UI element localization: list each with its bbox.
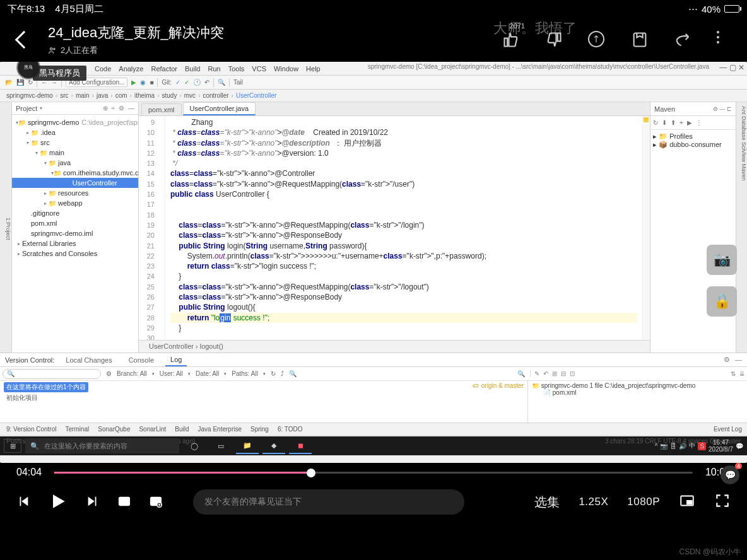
maven-module[interactable]: ▸ 📦 dubbo-consumer — [653, 141, 733, 149]
menu-item[interactable]: Analyze — [119, 65, 143, 73]
tree-row[interactable]: .gitignore — [12, 208, 138, 218]
tree-row[interactable]: ▸Scratches and Consoles — [12, 248, 138, 259]
tool-tab[interactable]: Terminal — [66, 426, 90, 433]
tree-row[interactable]: ▸External Libraries — [12, 238, 138, 248]
quality-button[interactable]: 1080P — [627, 496, 660, 508]
windows-search[interactable]: 🔍 在这里输入你要搜索的内容 — [25, 438, 179, 453]
vc-log-row[interactable]: 初始化项目 — [4, 394, 524, 402]
tool-tab[interactable]: SonarQube — [98, 426, 130, 433]
tree-row[interactable]: ▸.idea — [12, 127, 138, 137]
crumb[interactable]: controller — [203, 92, 228, 99]
fullscreen-button[interactable] — [714, 493, 731, 512]
play-button[interactable] — [48, 491, 68, 513]
task-cortana[interactable]: ◯ — [183, 438, 206, 454]
tree-row[interactable]: ▾src — [12, 137, 138, 148]
share-button[interactable] — [674, 31, 691, 49]
debug-icon[interactable]: ◉ — [140, 79, 146, 86]
tree-row[interactable]: ▾main — [12, 148, 138, 158]
progress-bar[interactable] — [54, 472, 693, 474]
danmu-input[interactable]: 发个友善的弹幕见证当下 — [193, 489, 464, 515]
tree-row[interactable]: ▾java — [12, 158, 138, 168]
more-button[interactable] — [717, 31, 734, 49]
git-revert-icon[interactable]: ↶ — [204, 79, 209, 86]
vc-tab[interactable]: Log — [165, 354, 187, 366]
tree-row[interactable]: ▾com.itheima.study.mvc.c — [12, 168, 138, 178]
danmu-toggle[interactable]: 弹 — [117, 494, 131, 510]
coin-button[interactable] — [588, 31, 606, 49]
task-view[interactable]: ▭ — [209, 438, 232, 454]
episodes-button[interactable]: 选集 — [534, 494, 560, 511]
task-app1[interactable]: ◆ — [262, 438, 285, 454]
left-tool-strip[interactable]: 1:Project — [0, 102, 12, 353]
crumb[interactable]: src — [60, 92, 68, 99]
pip-button[interactable] — [679, 493, 695, 512]
vc-filter-paths[interactable]: Paths: All — [232, 370, 258, 377]
right-tool-strip[interactable]: Ant Database SciView Maven — [736, 102, 747, 353]
search-icon[interactable]: 🔍 — [218, 79, 225, 86]
crumb[interactable]: springmvc-demo — [6, 92, 53, 99]
task-idea[interactable]: ◼ — [289, 438, 312, 454]
vc-filter-date[interactable]: Date: All — [196, 370, 219, 377]
project-tree[interactable]: ▾springmvc-demoC:\idea_project\spri▸.ide… — [12, 115, 138, 261]
save-icon[interactable]: 💾 — [16, 79, 24, 86]
next-button[interactable] — [86, 494, 100, 510]
lock-button[interactable]: 🔒 — [707, 286, 737, 317]
sync-icon[interactable]: ↻ — [28, 79, 33, 86]
menu-item[interactable]: Help — [306, 65, 321, 73]
project-pane-title[interactable]: Project — [16, 105, 37, 112]
system-tray[interactable]: ^📷🗄🔊中S 16:472020/8/7 💬 — [655, 439, 743, 453]
git-history-icon[interactable]: 🕐 — [193, 79, 201, 86]
editor-tab[interactable]: pom.xml — [141, 103, 182, 115]
tree-row[interactable]: UserController — [12, 178, 138, 188]
start-button[interactable]: ⊞ — [4, 439, 21, 453]
menu-item[interactable]: Refactor — [151, 65, 177, 73]
vc-log-row[interactable]: 在这里将存在做过的1个内容 — [4, 382, 88, 392]
run-icon[interactable]: ▶ — [131, 79, 136, 86]
task-explorer[interactable]: 📁 — [236, 438, 259, 454]
menu-item[interactable]: Window — [274, 65, 298, 73]
git-update-icon[interactable]: ✓ — [175, 79, 180, 86]
crumb[interactable]: java — [97, 92, 108, 99]
tool-tab[interactable]: Build — [175, 426, 189, 433]
chat-bubble[interactable]: 💬4 — [721, 465, 739, 484]
vc-tab[interactable]: Local Changes — [61, 354, 117, 366]
crumb[interactable]: mvc — [184, 92, 196, 99]
crumb[interactable]: itheima — [134, 92, 155, 99]
vc-tab[interactable]: Console — [124, 354, 159, 366]
vc-filter-user[interactable]: User: All — [160, 370, 183, 377]
tree-row[interactable]: pom.xml — [12, 218, 138, 228]
tree-row[interactable]: ▾springmvc-demoC:\idea_project\spri — [12, 117, 138, 127]
tool-tab[interactable]: Spring — [250, 426, 269, 433]
crumb[interactable]: study — [162, 92, 177, 99]
prev-button[interactable] — [16, 494, 30, 510]
back-button[interactable] — [15, 31, 33, 49]
speed-button[interactable]: 1.25X — [579, 496, 608, 508]
event-log-tab[interactable]: Event Log — [714, 426, 742, 433]
tool-tab[interactable]: Java Enterprise — [198, 426, 242, 433]
like-button[interactable]: 2071 — [502, 31, 520, 49]
crumb[interactable]: com — [115, 92, 127, 99]
menu-item[interactable]: Tools — [228, 65, 245, 73]
editor-tab[interactable]: UserController.java — [183, 102, 256, 115]
menu-item[interactable]: Code — [95, 65, 111, 73]
screenshot-button[interactable]: 📷 — [707, 245, 737, 275]
tool-tab[interactable]: 6: TODO — [278, 426, 303, 433]
open-icon[interactable]: 📂 — [5, 79, 13, 86]
menu-item[interactable]: VCS — [252, 65, 266, 73]
stop-icon[interactable]: ■ — [150, 79, 153, 86]
tree-row[interactable]: ▸webapp — [12, 198, 138, 208]
crumb[interactable]: main — [76, 92, 90, 99]
window-controls[interactable]: — ▢ ✕ — [719, 63, 744, 72]
git-commit-icon[interactable]: ✓ — [184, 79, 189, 86]
vc-log-search[interactable]: 🔍 — [3, 369, 101, 379]
favorite-button[interactable] — [631, 31, 649, 49]
menu-item[interactable]: Build — [185, 65, 200, 73]
tree-row[interactable]: ▸resources — [12, 188, 138, 198]
tool-tab[interactable]: 9: Version Control — [6, 426, 57, 433]
menu-item[interactable]: Run — [208, 65, 220, 73]
vc-changed-file[interactable]: 📄 pom.xml — [532, 389, 743, 396]
tool-tab[interactable]: SonarLint — [139, 426, 166, 433]
danmu-settings[interactable] — [149, 494, 163, 510]
maven-profiles[interactable]: ▸ 📁 Profiles — [653, 132, 733, 141]
vc-log-list[interactable]: 🏷origin & master 在这里将存在做过的1个内容 初始化项目 — [0, 381, 527, 423]
